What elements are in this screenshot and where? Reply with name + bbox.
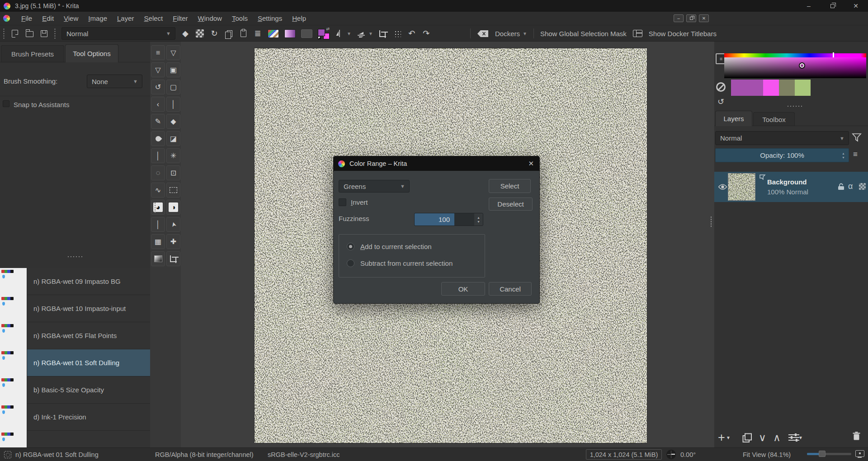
- invert-checkbox[interactable]: [339, 198, 346, 206]
- wrap-around-mode-button[interactable]: [393, 30, 402, 37]
- brush-preset-item[interactable]: d) Ink-1 Precision: [0, 404, 150, 431]
- shape-select-tool[interactable]: ➤: [166, 217, 180, 232]
- monitor-icon[interactable]: [855, 450, 864, 457]
- splitter-grip[interactable]: [787, 105, 804, 107]
- mdi-close-button[interactable]: ✕: [699, 14, 709, 22]
- dialog-close-button[interactable]: ✕: [528, 160, 534, 168]
- mirror-vertical-button[interactable]: [357, 29, 366, 38]
- menu-item[interactable]: Filter: [168, 13, 193, 24]
- show-docker-titlebars-label[interactable]: Show Docker Titlebars: [649, 30, 717, 38]
- splitter-grip[interactable]: [67, 256, 84, 258]
- color-swatch[interactable]: [763, 80, 779, 96]
- paste-button[interactable]: [239, 30, 248, 37]
- mirror-horizontal-button[interactable]: [335, 29, 344, 38]
- layer-filter-button[interactable]: [852, 133, 862, 143]
- rectangular-selection-tool[interactable]: [166, 183, 180, 198]
- contiguous-selection-tool[interactable]: ◕: [151, 200, 165, 215]
- move-layer-down-button[interactable]: ∨: [759, 432, 766, 444]
- save-button[interactable]: [39, 30, 48, 37]
- status-rotation-angle[interactable]: 0.00°: [680, 451, 696, 458]
- elliptical-selection-tool[interactable]: ◌: [151, 165, 165, 180]
- filter-tool-b[interactable]: ▽: [151, 62, 165, 77]
- show-docker-titlebars-button[interactable]: [633, 30, 642, 37]
- menu-item[interactable]: Tools: [227, 13, 253, 24]
- line-tool[interactable]: │: [166, 97, 180, 112]
- properties-dropdown-icon[interactable]: ▼: [798, 435, 803, 440]
- add-layer-dropdown-icon[interactable]: ▼: [726, 435, 731, 440]
- toolbar-grip[interactable]: [3, 28, 5, 39]
- menu-item[interactable]: Layer: [112, 13, 139, 24]
- polyline-tool[interactable]: ‹: [151, 97, 165, 112]
- dialog-titlebar[interactable]: Color Range – Krita ✕: [334, 156, 539, 171]
- transform-tool[interactable]: ▦: [151, 234, 165, 249]
- deselect-button[interactable]: Deselect: [489, 198, 533, 211]
- brush-preset-item[interactable]: n) RGBA-wet 09 Impasto BG: [0, 268, 150, 295]
- move-tool[interactable]: ✚: [166, 234, 180, 249]
- no-color-icon[interactable]: [716, 82, 726, 92]
- layer-visibility-button[interactable]: [718, 183, 727, 192]
- status-zoom-level[interactable]: Fit View (84.1%): [743, 451, 791, 458]
- saturation-value-box[interactable]: [724, 57, 866, 78]
- subtract-from-selection-radio[interactable]: [347, 259, 354, 267]
- brush-preset-item[interactable]: n) RGBA-wet 10 Impasto-input: [0, 295, 150, 322]
- copy-button[interactable]: [224, 30, 233, 37]
- layer-options-button[interactable]: ≡: [853, 150, 858, 159]
- opacity-slider[interactable]: Opacity: 100% ▲▼: [715, 148, 849, 162]
- brush-editor-button[interactable]: ≣: [253, 29, 262, 38]
- menu-item[interactable]: Edit: [37, 13, 59, 24]
- blending-mode-select[interactable]: Normal ▼: [61, 27, 175, 40]
- status-image-dimensions[interactable]: 1,024 x 1,024 (5.1 MiB): [586, 449, 662, 460]
- select-button[interactable]: Select: [489, 179, 531, 193]
- layer-row-background[interactable]: Background 100% Normal α: [714, 172, 868, 202]
- brush-preset-item[interactable]: n) RGBA-wet 05 Flat Points: [0, 322, 150, 349]
- opacity-spin-arrows[interactable]: ▲▼: [842, 149, 845, 162]
- fuzziness-spinbox[interactable]: 100 ▲▼: [414, 213, 483, 226]
- add-layer-button[interactable]: +: [718, 431, 725, 445]
- color-swatch[interactable]: [731, 80, 763, 96]
- menu-item[interactable]: Select: [139, 13, 168, 24]
- preserve-alpha-button[interactable]: [195, 29, 204, 38]
- tab-layers[interactable]: Layers: [715, 111, 752, 126]
- reload-preset-button[interactable]: ↻: [210, 29, 219, 38]
- freehand-brush-tool[interactable]: ✎: [151, 114, 165, 129]
- spin-arrows[interactable]: ▲▼: [474, 213, 483, 226]
- close-button[interactable]: ✕: [852, 2, 860, 10]
- refresh-colors-icon[interactable]: ↺: [717, 97, 724, 107]
- tab-brush-presets[interactable]: Brush Presets: [1, 45, 64, 62]
- rotation-compass-icon[interactable]: [666, 450, 676, 459]
- foreground-background-colors[interactable]: ⇄: [318, 28, 330, 39]
- foreground-selection-tool[interactable]: ◑: [166, 200, 180, 215]
- menu-item[interactable]: View: [59, 13, 83, 24]
- calligraphy-tool[interactable]: │: [151, 217, 165, 232]
- brush-smoothing-select[interactable]: None ▼: [87, 75, 142, 88]
- ok-button[interactable]: OK: [441, 282, 485, 296]
- cancel-button[interactable]: Cancel: [489, 282, 532, 296]
- docker-splitter-grip[interactable]: [710, 216, 712, 228]
- brush-preset-item[interactable]: n) RGBA-wet 01 Soft Dulling: [0, 349, 150, 376]
- filter-tool-a[interactable]: ▽: [166, 45, 180, 60]
- menu-item[interactable]: File: [16, 13, 37, 24]
- toolbar-grip[interactable]: [54, 28, 56, 39]
- similar-color-selection-tool[interactable]: ⊡: [166, 165, 180, 180]
- tab-toolbox[interactable]: Toolbox: [753, 112, 795, 126]
- rotate-tool[interactable]: ↺: [151, 80, 165, 94]
- clear-button[interactable]: [477, 30, 489, 38]
- restore-button[interactable]: [828, 2, 836, 10]
- menu-item[interactable]: Image: [83, 13, 112, 24]
- eraser-mode-button[interactable]: ◆: [181, 29, 190, 38]
- layer-alpha-lock-icon[interactable]: [859, 183, 866, 190]
- edit-shapes-tool[interactable]: ≡: [151, 45, 165, 60]
- brush-preset-item[interactable]: b) Basic-5 Size Opacity: [0, 376, 150, 404]
- dockers-menu[interactable]: Dockers: [495, 30, 520, 38]
- tab-tool-options[interactable]: Tool Options: [65, 44, 118, 62]
- chevron-down-icon[interactable]: ▼: [368, 31, 373, 36]
- mdi-restore-button[interactable]: [686, 14, 696, 22]
- chevron-down-icon[interactable]: ▼: [347, 31, 351, 36]
- menu-item[interactable]: Window: [193, 13, 227, 24]
- snap-to-assistants-checkbox[interactable]: [3, 100, 9, 107]
- duplicate-layer-button[interactable]: [742, 433, 752, 443]
- hue-strip[interactable]: [724, 53, 866, 57]
- menu-item[interactable]: Settings: [253, 13, 287, 24]
- redo-button[interactable]: ↷: [422, 29, 431, 38]
- move-layer-up-button[interactable]: ∧: [773, 432, 781, 444]
